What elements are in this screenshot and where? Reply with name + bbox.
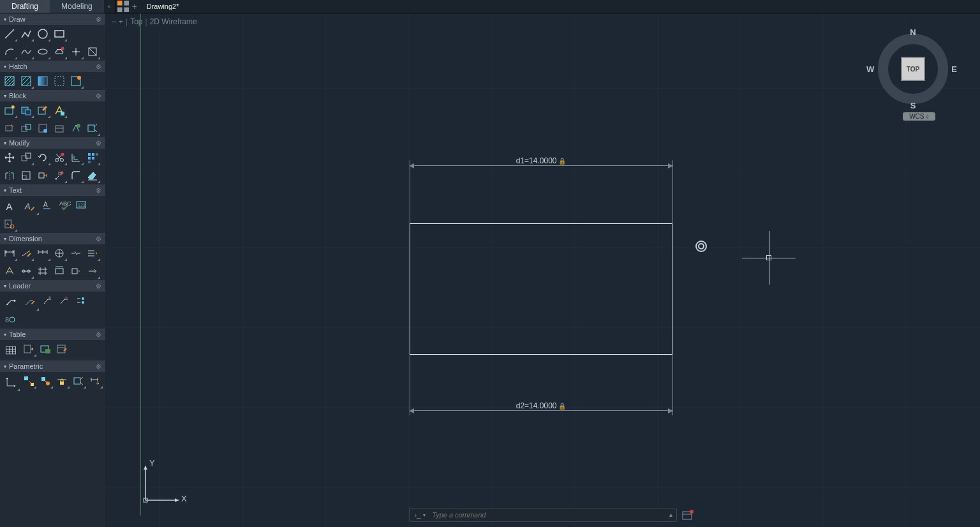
leader-collect-icon[interactable]: 8 [1,311,18,328]
block-tool-b-icon[interactable] [18,120,34,137]
auto-constraint-icon[interactable] [37,373,54,389]
compass-e[interactable]: E [951,64,957,74]
region-tool-icon[interactable] [84,43,101,60]
wcs-dropdown[interactable]: WCS [903,112,935,121]
trim-tool-icon[interactable] [51,149,68,166]
stretch-tool-icon[interactable] [34,167,51,184]
fillet-tool-icon[interactable] [68,167,84,184]
compass-w[interactable]: W [866,64,874,74]
view-add-icon[interactable]: + [119,17,123,26]
text-check-icon[interactable]: ABC [56,197,73,213]
panel-header-hatch[interactable]: ▾Hatch⚙ [0,61,105,72]
hatch-settings-icon[interactable] [68,73,84,89]
point-tool-icon[interactable] [68,43,84,60]
mirror-tool-icon[interactable] [1,167,18,184]
command-prompt-icon[interactable]: ›_ ▾ [410,511,431,519]
table-style-icon[interactable] [54,341,70,357]
block-create-icon[interactable] [1,102,18,119]
dim-tool-f-icon[interactable] [84,263,101,279]
drawing-canvas[interactable]: − + | Top | 2D Wireframe d1=14.0000 🔒 d2… [105,13,980,527]
mleader-tool-icon[interactable] [1,292,20,311]
gear-icon[interactable]: ⚙ [96,140,101,147]
ellipse-tool-icon[interactable] [34,43,51,60]
mtext-tool-icon[interactable]: A [1,197,20,216]
dim-tool-d-icon[interactable] [51,263,68,279]
arc-tool-icon[interactable] [1,43,18,60]
viewcube-top-face[interactable]: TOP [901,57,925,81]
view-name[interactable]: Top [130,17,142,26]
dim-aligned-icon[interactable] [18,245,34,262]
gear-icon[interactable]: ⚙ [96,363,101,370]
revcloud-tool-icon[interactable] [51,43,68,60]
leader-remove-icon[interactable] [56,292,73,309]
constraint-show-icon[interactable] [70,373,87,389]
offset-tool-icon[interactable] [68,149,84,166]
dim-constraint-icon[interactable] [20,373,37,389]
scale-tool-icon[interactable] [18,167,34,184]
copy-tool-icon[interactable] [18,149,34,166]
view-cube[interactable]: TOP N S E W [874,30,952,108]
gear-icon[interactable]: ⚙ [96,93,101,100]
polyline-tool-icon[interactable] [18,26,34,42]
explode-tool-icon[interactable] [51,167,68,184]
text-style-icon[interactable]: A [40,197,56,213]
visual-style[interactable]: 2D Wireframe [150,17,197,26]
command-history-icon[interactable]: ▲ [666,512,676,518]
text-find-icon[interactable]: A [1,216,18,232]
circle-tool-icon[interactable] [34,26,51,42]
erase-tool-icon[interactable] [84,167,101,184]
rotate-tool-icon[interactable] [34,149,51,166]
gear-icon[interactable]: ⚙ [96,331,101,338]
gear-icon[interactable]: ⚙ [96,63,101,70]
array-tool-icon[interactable] [84,149,101,166]
boundary-tool-icon[interactable] [51,73,68,89]
gear-icon[interactable]: ⚙ [96,187,101,194]
gradient-tool-icon[interactable] [34,73,51,89]
dim-linear-icon[interactable] [1,245,18,262]
constraint-lock-icon[interactable] [54,373,70,389]
panel-header-modify[interactable]: ▾Modify⚙ [0,137,105,149]
view-minimize-icon[interactable]: − [112,17,116,26]
geo-constraint-icon[interactable] [1,373,20,392]
tab-document[interactable]: Drawing2* [140,0,186,13]
panel-header-draw[interactable]: ▾Draw⚙ [0,13,105,25]
tab-modeling[interactable]: Modeling [50,0,104,13]
dim-tool-e-icon[interactable] [68,263,84,279]
rectangle-tool-icon[interactable] [51,26,68,42]
move-tool-icon[interactable] [1,149,18,166]
block-tool-e-icon[interactable] [68,120,84,137]
gear-icon[interactable]: ⚙ [96,235,101,242]
gear-icon[interactable]: ⚙ [96,16,101,23]
dim-continue-icon[interactable] [34,245,51,262]
leader-edit-icon[interactable] [20,292,40,311]
leader-add-icon[interactable] [40,292,56,309]
spline-tool-icon[interactable] [18,43,34,60]
block-insert-icon[interactable] [18,102,34,119]
panel-header-leader[interactable]: ▾Leader⚙ [0,280,105,292]
compass-s[interactable]: S [910,101,916,110]
block-tool-d-icon[interactable] [51,120,68,137]
layout-toggle-icon[interactable] [682,511,692,522]
command-input[interactable] [431,510,665,519]
layout-grid-icon[interactable] [117,0,129,13]
table-link-icon[interactable] [37,341,54,357]
gear-icon[interactable]: ⚙ [96,283,101,290]
block-tool-c-icon[interactable] [34,120,51,137]
table-tool-icon[interactable] [1,341,20,360]
panel-header-block[interactable]: ▾Block⚙ [0,90,105,101]
new-document-icon[interactable]: + [129,0,140,13]
table-extract-icon[interactable] [20,341,37,357]
panel-header-text[interactable]: ▾Text⚙ [0,184,105,196]
tab-drafting[interactable]: Drafting [0,0,50,13]
block-tool-a-icon[interactable] [1,120,18,137]
block-edit-icon[interactable] [34,102,51,119]
dim-ordinate-icon[interactable] [51,245,68,262]
dim-tool-c-icon[interactable] [34,263,51,279]
panel-header-parametric[interactable]: ▾Parametric⚙ [0,360,105,372]
text-tool-icon[interactable]: A [20,197,40,216]
constraint-delete-icon[interactable] [87,373,103,389]
block-attribute-icon[interactable] [51,102,68,119]
compass-n[interactable]: N [910,27,916,37]
dim-break-icon[interactable] [68,245,84,262]
line-tool-icon[interactable] [1,26,18,42]
